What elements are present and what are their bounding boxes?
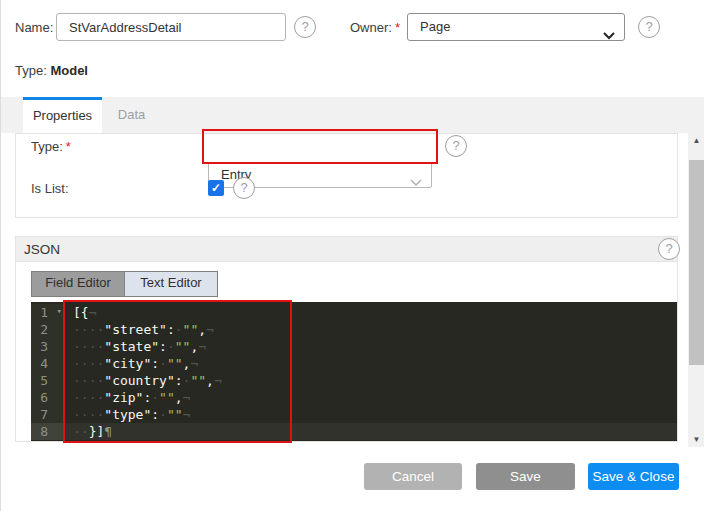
- code-line[interactable]: 8··}]¶: [31, 423, 677, 440]
- line-number: 7: [31, 406, 63, 423]
- line-number: 2: [31, 321, 63, 338]
- code-line[interactable]: 1▾[{¬: [31, 304, 677, 321]
- name-label: Name:*: [15, 20, 61, 35]
- owner-label: Owner:*: [350, 20, 400, 35]
- required-asterisk: *: [395, 20, 400, 35]
- scroll-down-icon[interactable]: ▼: [688, 432, 704, 447]
- tab-properties[interactable]: Properties: [23, 97, 102, 133]
- cancel-button[interactable]: Cancel: [364, 463, 462, 490]
- code-line[interactable]: 2····"street":·"",¬: [31, 321, 677, 338]
- code-line-text: ····"street":·"",¬: [63, 321, 214, 338]
- is-list-label: Is List:: [31, 181, 69, 196]
- save-button[interactable]: Save: [476, 463, 575, 490]
- chevron-down-icon: [410, 171, 422, 195]
- name-help-icon[interactable]: ?: [294, 16, 316, 38]
- type-field-label: Type:*: [31, 139, 71, 154]
- required-asterisk: *: [66, 139, 71, 154]
- owner-help-icon[interactable]: ?: [638, 16, 660, 38]
- save-and-close-button[interactable]: Save & Close: [588, 463, 679, 490]
- name-input[interactable]: [56, 13, 286, 41]
- text-editor-button[interactable]: Text Editor: [125, 272, 217, 296]
- vertical-scrollbar[interactable]: ▲ ▼: [688, 133, 704, 447]
- is-list-help-icon[interactable]: ?: [233, 177, 255, 199]
- type-help-icon[interactable]: ?: [445, 135, 467, 157]
- code-line-text: ····"type":·""¬: [63, 406, 190, 423]
- code-line-text: ··}]¶: [63, 423, 112, 440]
- scroll-up-icon[interactable]: ▲: [688, 133, 704, 148]
- editor-view-toggle: Field Editor Text Editor: [31, 271, 218, 297]
- json-section-title: JSON: [24, 242, 60, 257]
- json-section-header: [16, 237, 677, 262]
- code-line[interactable]: 6····"zip":·"",¬: [31, 389, 677, 406]
- chevron-down-icon: [603, 23, 615, 49]
- line-number: 1▾: [31, 304, 63, 321]
- code-lines: 1▾[{¬2····"street":·"",¬3····"state":·""…: [31, 304, 677, 440]
- code-line[interactable]: 7····"type":·""¬: [31, 406, 677, 423]
- type-summary: Type: Model: [15, 63, 88, 78]
- line-number: 5: [31, 372, 63, 389]
- is-list-checkbox[interactable]: ✓: [208, 180, 224, 196]
- fold-arrow-icon[interactable]: ▾: [57, 303, 62, 320]
- tab-data[interactable]: Data: [102, 97, 161, 133]
- code-line-text: ····"zip":·"",¬: [63, 389, 190, 406]
- code-line-text: ····"city":·"",¬: [63, 355, 198, 372]
- code-line-text: [{¬: [63, 304, 96, 321]
- owner-select[interactable]: Page: [407, 13, 625, 41]
- line-number: 8: [31, 423, 63, 440]
- variable-editor-dialog: Name:* ? Owner:* Page ? Type: Model Prop…: [0, 0, 704, 511]
- line-number: 3: [31, 338, 63, 355]
- code-line-text: ····"state":·"",¬: [63, 338, 206, 355]
- type-summary-value: Model: [50, 63, 88, 78]
- owner-select-value: Page: [420, 19, 450, 34]
- code-line[interactable]: 3····"state":·"",¬: [31, 338, 677, 355]
- line-number: 6: [31, 389, 63, 406]
- code-line[interactable]: 4····"city":·"",¬: [31, 355, 677, 372]
- code-line-text: ····"country":·"",¬: [63, 372, 222, 389]
- field-editor-button[interactable]: Field Editor: [32, 272, 125, 296]
- line-number: 4: [31, 355, 63, 372]
- code-line[interactable]: 5····"country":·"",¬: [31, 372, 677, 389]
- code-editor[interactable]: 1▾[{¬2····"street":·"",¬3····"state":·""…: [31, 302, 677, 441]
- json-help-icon[interactable]: ?: [658, 238, 680, 260]
- scrollbar-thumb[interactable]: [689, 160, 704, 365]
